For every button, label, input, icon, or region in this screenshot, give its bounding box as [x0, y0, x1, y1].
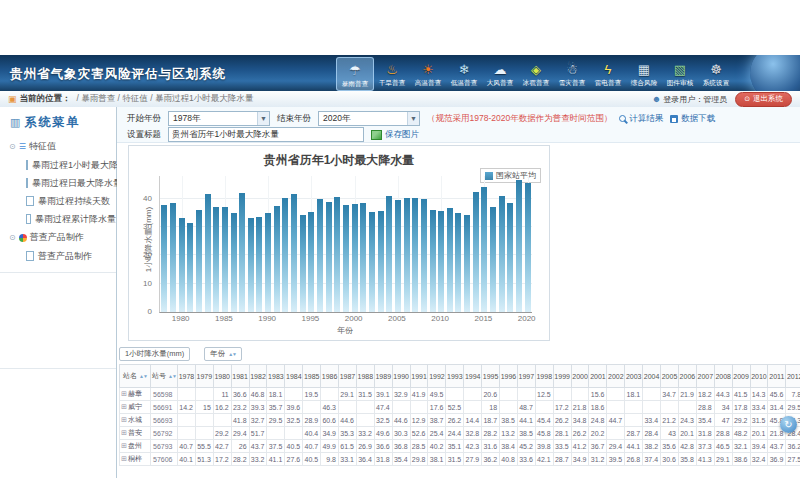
value-cell: 44.3 — [714, 388, 732, 401]
expand-row-icon[interactable]: ⊞ — [121, 416, 127, 423]
nav-item-high-temp-census[interactable]: ☀高温普查 — [410, 57, 446, 89]
value-cell: 23.2 — [231, 401, 249, 414]
nav-item-rainstorm-census[interactable]: ☂暴雨普查 — [336, 57, 374, 91]
value-cell: 28.1 — [553, 427, 571, 440]
expand-row-icon[interactable]: ⊞ — [121, 455, 127, 462]
station-id-cell: 57606 — [151, 453, 178, 466]
value-cell — [625, 401, 643, 414]
nav-item-low-temp-census[interactable]: ❄低温普查 — [446, 57, 482, 89]
value-filter-chip[interactable]: 1小时降水量(mm) — [119, 347, 190, 361]
start-year-select[interactable]: 1978年▼ — [168, 111, 270, 126]
table-row: ⊞桐梓5760640.151.317.228.233.241.127.640.5… — [120, 453, 800, 466]
save-image-button[interactable]: 保存图片 — [371, 129, 419, 141]
value-cell — [535, 401, 553, 414]
nav-item-map-review[interactable]: ▧图件审核 — [662, 57, 698, 89]
refresh-button[interactable]: ↻ — [780, 416, 797, 433]
nav-item-snow-census[interactable]: ☃雪灾普查 — [554, 57, 590, 89]
nav-item-hail-census[interactable]: ◈冰雹普查 — [518, 57, 554, 89]
value-cell: 41.1 — [267, 453, 285, 466]
value-cell: 52.6 — [410, 427, 428, 440]
value-cell: 44.6 — [392, 414, 410, 427]
value-cell: 36.8 — [392, 440, 410, 453]
nav-item-label: 大风普查 — [487, 78, 514, 88]
sidebar-item[interactable]: 暴雨过程日最大降水量 — [0, 174, 116, 192]
chart-title-input[interactable] — [168, 127, 364, 142]
sidebar-item[interactable]: 暴雨过程持续天数 — [0, 192, 116, 210]
value-cell: 17.8 — [732, 401, 750, 414]
col-header-station-name[interactable]: 站名 ▲▼ — [120, 365, 151, 388]
expand-row-icon[interactable]: ⊞ — [121, 442, 127, 449]
nav-item-comprehensive-risk[interactable]: ▦综合风险 — [626, 57, 662, 89]
comprehensive-risk-icon: ▦ — [638, 61, 650, 78]
value-cell: 51.3 — [195, 453, 213, 466]
col-header-year: 1981 — [231, 365, 249, 388]
station-name-cell: ⊞水城 — [120, 414, 151, 427]
col-header-year: 2001 — [589, 365, 607, 388]
value-cell: 26.2 — [553, 414, 571, 427]
value-cell: 45.4 — [535, 414, 553, 427]
nav-item-gale-census[interactable]: ☁大风普查 — [482, 57, 518, 89]
end-year-select[interactable]: 2020年▼ — [318, 111, 420, 126]
logout-button[interactable]: ⊙退出系统 — [735, 92, 792, 107]
nav-item-lightning-census[interactable]: ϟ雷电普查 — [590, 57, 626, 89]
expand-row-icon[interactable]: ⊞ — [121, 390, 127, 397]
x-tick-label: 2005 — [388, 314, 406, 323]
col-header-year: 1984 — [285, 365, 303, 388]
calculate-button[interactable]: 计算结果 — [619, 113, 663, 125]
value-cell — [356, 414, 374, 427]
value-cell: 28.4 — [643, 427, 661, 440]
value-cell: 45.2 — [517, 440, 535, 453]
col-header-year: 1978 — [178, 365, 196, 388]
x-tick-label: 1980 — [172, 314, 190, 323]
sidebar-item-label: 普查产品制作 — [38, 250, 92, 263]
value-cell: 35.8 — [678, 453, 696, 466]
col-header-year: 2012 — [786, 365, 800, 388]
x-tick-label: 1995 — [301, 314, 319, 323]
value-cell — [464, 388, 482, 401]
col-header-year: 1982 — [249, 365, 267, 388]
value-cell: 26 — [231, 440, 249, 453]
sidebar-item[interactable]: 暴雨过程累计降水量 — [0, 210, 116, 228]
col-header-station-id[interactable]: 站号 ▲▼ — [151, 365, 178, 388]
sidebar-group-census-products[interactable]: ⊙普查产品制作 — [0, 228, 116, 247]
sidebar-item[interactable]: 暴雨过程1小时最大降水量 — [0, 156, 116, 174]
sidebar-item[interactable]: 普查产品制作 — [0, 247, 116, 265]
value-cell: 60.6 — [321, 414, 339, 427]
col-header-year: 1990 — [392, 365, 410, 388]
page-icon — [26, 196, 34, 206]
value-cell: 30.6 — [661, 453, 679, 466]
value-cell: 41.2 — [571, 440, 589, 453]
value-cell: 47 — [714, 414, 732, 427]
nav-item-system-settings[interactable]: ☸系统设置 — [698, 57, 734, 89]
value-cell: 18.1 — [267, 388, 285, 401]
table-row: ⊞普安5679229.229.451.740.434.935.333.249.6… — [120, 427, 800, 440]
bar-1980 — [179, 218, 185, 312]
col-header-year: 1993 — [446, 365, 464, 388]
value-cell: 35.6 — [661, 440, 679, 453]
map-review-icon: ▧ — [674, 61, 686, 78]
nav-item-drought-census[interactable]: ♨干旱普查 — [374, 57, 410, 89]
expand-row-icon[interactable]: ⊞ — [121, 429, 127, 436]
col-header-year: 2000 — [571, 365, 589, 388]
sidebar-group-feature-values[interactable]: ⊙☰特征值 — [0, 137, 116, 156]
bar-1979 — [170, 203, 176, 312]
page-icon — [26, 251, 34, 261]
value-cell: 39.5 — [607, 453, 625, 466]
value-cell: 34.9 — [321, 427, 339, 440]
nav-item-label: 综合风险 — [631, 78, 658, 88]
location-icon: ▣ — [8, 94, 17, 104]
value-cell: 36.6 — [231, 388, 249, 401]
expand-row-icon[interactable]: ⊞ — [121, 403, 127, 410]
value-cell: 21.9 — [678, 388, 696, 401]
value-cell: 42.8 — [678, 440, 696, 453]
col-header-year: 1983 — [267, 365, 285, 388]
value-cell: 40.7 — [178, 440, 196, 453]
value-cell: 31.4 — [768, 401, 786, 414]
year-sort-chip[interactable]: 年份▲▼ — [204, 347, 242, 361]
download-button[interactable]: 数据下载 — [670, 113, 715, 125]
chevron-down-icon: ▼ — [407, 112, 419, 125]
end-year-label: 结束年份 — [277, 113, 311, 125]
value-cell: 18.1 — [625, 388, 643, 401]
pie-icon — [19, 234, 27, 242]
col-header-year: 2011 — [768, 365, 786, 388]
